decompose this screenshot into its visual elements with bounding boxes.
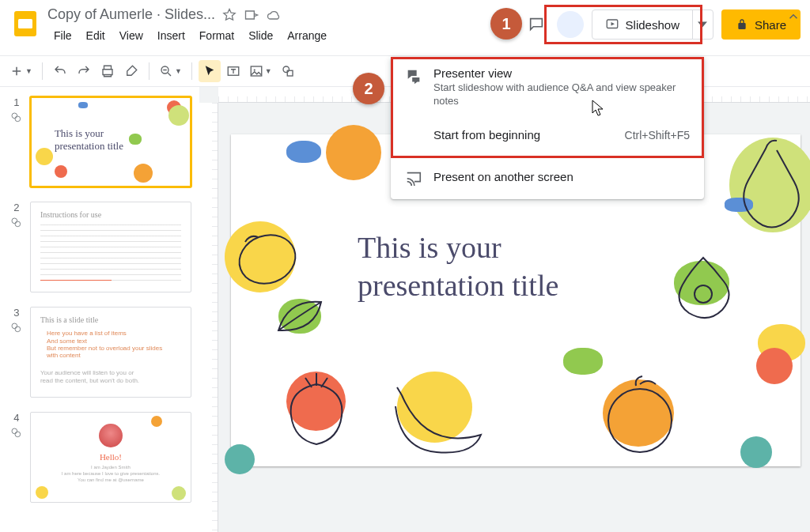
cast-icon [405,169,422,187]
svg-point-7 [283,66,290,73]
redo-button[interactable] [73,60,95,82]
menu-item-shortcut: Ctrl+Shift+F5 [625,129,690,141]
separator [191,62,192,80]
fruit-pear-outline-icon [718,134,810,245]
svg-point-13 [12,323,17,329]
thumb-number: 3 [13,307,19,319]
zoom-button[interactable]: ▼ [156,60,185,82]
fruit-banana-outline-icon [386,372,497,458]
menubar: File Edit View Insert Format Slide Arran… [47,26,524,45]
app-header: Copy of Aumerle · Slides... File Edit Vi… [0,0,810,55]
menu-arrange[interactable]: Arrange [281,26,333,45]
menu-view[interactable]: View [113,26,150,45]
menu-item-title: Present on another screen [433,170,573,183]
thumb-number: 2 [13,202,19,213]
decor-blob [326,125,381,180]
svg-point-6 [253,69,255,70]
titlebar: Copy of Aumerle · Slides... File Edit Vi… [47,6,524,45]
svg-rect-5 [251,66,262,76]
select-tool-button[interactable] [199,60,221,82]
svg-rect-1 [18,19,32,28]
separator [391,156,704,157]
share-label: Share [755,18,786,32]
fruit-leaf-outline-icon [272,292,327,340]
undo-button[interactable] [49,60,71,82]
menu-item-title: Presenter view [433,66,690,80]
lock-icon [736,18,748,31]
doc-title[interactable]: Copy of Aumerle · Slides... [47,6,215,23]
new-slide-button[interactable]: ▼ [6,60,36,82]
fruit-orange-outline-icon [596,375,683,458]
menu-item-title: Start from beginning [433,128,625,141]
separator [149,62,150,80]
svg-point-12 [15,221,21,227]
slideshow-options-button[interactable] [692,10,713,39]
fruit-lemon-outline-icon [229,218,308,297]
fruit-avocado-outline-icon [668,253,739,321]
header-right: Slideshow Share [524,6,801,40]
svg-point-18 [695,285,712,303]
decor-blob [563,348,603,375]
qa-icon [405,68,422,85]
menu-insert[interactable]: Insert [151,26,191,45]
shape-tool-button[interactable] [277,60,299,82]
decor-blob [225,444,255,474]
decor-blob [756,348,793,384]
notes-icon [10,427,23,440]
thumb-number: 4 [13,412,19,424]
image-tool-button[interactable]: ▼ [246,60,275,82]
cloud-saved-icon[interactable] [266,7,282,23]
star-icon[interactable] [221,7,237,23]
menu-item-subtitle: Start slideshow with audience Q&A and vi… [433,81,690,108]
slideshow-button: Slideshow [592,9,713,40]
menu-slide[interactable]: Slide [242,26,279,45]
filmstrip[interactable]: 1 This is yourpresentation title 2 Ins [0,87,199,532]
menu-file[interactable]: File [47,26,78,45]
comments-button[interactable] [524,12,549,37]
thumb-3[interactable]: 3 This is a slide title Here you have a … [8,307,191,398]
collapse-toolbar-icon[interactable] [786,9,801,24]
slideshow-start[interactable]: Slideshow [592,10,692,39]
decor-blob [740,436,772,468]
svg-point-14 [15,326,21,332]
meet-button[interactable] [557,11,584,38]
svg-point-16 [15,432,21,437]
svg-point-11 [12,218,17,224]
menu-item-start-from-beginning[interactable]: Start from beginning Ctrl+Shift+F5 [391,118,704,153]
notes-icon [10,217,23,229]
notes-icon [10,111,23,124]
thumb-1[interactable]: 1 This is yourpresentation title [8,96,191,187]
svg-point-19 [608,389,672,452]
callout-2: 2 [353,73,384,104]
move-icon[interactable] [244,7,259,23]
thumb-number: 1 [13,96,19,108]
callout-1: 1 [490,8,522,40]
textbox-tool-button[interactable] [222,60,244,82]
svg-point-17 [233,227,302,291]
print-button[interactable] [97,60,119,82]
thumb-2[interactable]: 2 Instructions for use [8,202,191,292]
thumb-4[interactable]: 4 Hello! I am Jayden Smith I am here bec… [8,412,191,503]
slideshow-options-menu: Presenter view Start slideshow with audi… [391,57,704,199]
menu-item-presenter-view[interactable]: Presenter view Start slideshow with audi… [391,57,704,118]
menu-format[interactable]: Format [193,26,240,45]
svg-point-15 [12,428,17,434]
slideshow-label: Slideshow [626,18,679,32]
paint-format-button[interactable] [120,60,142,82]
caret-down-icon [698,20,707,29]
svg-point-10 [15,116,21,122]
fruit-strawberry-outline-icon [278,368,354,447]
notes-icon [10,322,23,334]
separator [42,62,43,80]
slide-title-text[interactable]: This is yourpresentation title [358,229,558,304]
play-icon [605,17,619,32]
decor-blob [286,141,321,163]
menu-item-present-another-screen[interactable]: Present on another screen [391,160,704,194]
ruler-vertical [199,103,218,532]
slides-app-icon[interactable] [9,8,41,40]
menu-edit[interactable]: Edit [80,26,112,45]
svg-point-9 [12,113,17,119]
